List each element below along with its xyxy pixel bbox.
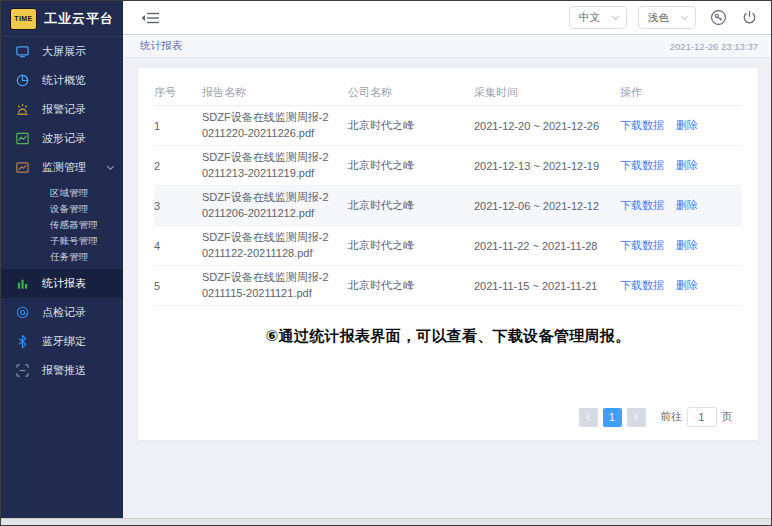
page-unit-label: 页 — [722, 410, 733, 424]
waveform-icon — [15, 131, 30, 146]
cell-company: 北京时代之峰 — [348, 118, 474, 133]
page-1-button[interactable]: 1 — [603, 408, 622, 427]
pie-chart-icon — [15, 73, 30, 88]
cell-company: 北京时代之峰 — [348, 158, 474, 173]
sidebar-item-label: 报警记录 — [42, 102, 86, 117]
sidebar-subitem-device-manage[interactable]: 设备管理 — [1, 201, 123, 217]
table-row: 2 SDZF设备在线监测周报-20211213-20211219.pdf 北京时… — [154, 146, 742, 186]
cell-no: 2 — [154, 160, 202, 172]
prev-page-button[interactable]: ‹ — [579, 408, 598, 427]
inspection-icon — [15, 305, 30, 320]
goto-page-label: 前往 — [661, 410, 682, 424]
header-controls: 中文 浅色 — [569, 6, 758, 29]
cell-period: 2021-12-13 ~ 2021-12-19 — [474, 160, 620, 172]
cell-report-name: SDZF设备在线监测周报-20211220-20211226.pdf — [202, 110, 348, 142]
download-data-link[interactable]: 下载数据 — [620, 118, 664, 133]
monitor-manage-icon — [15, 160, 30, 175]
table-row: 5 SDZF设备在线监测周报-20211115-20211121.pdf 北京时… — [154, 266, 742, 306]
alarm-push-icon — [15, 363, 30, 378]
col-header-no: 序号 — [154, 85, 202, 100]
sidebar-item-label: 蓝牙绑定 — [42, 334, 86, 349]
download-data-link[interactable]: 下载数据 — [620, 278, 664, 293]
password-key-icon[interactable] — [710, 9, 727, 26]
monitor-manage-submenu: 区域管理 设备管理 传感器管理 子账号管理 任务管理 — [1, 182, 123, 269]
cell-no: 3 — [154, 200, 202, 212]
alarm-icon — [15, 102, 30, 117]
app-window: TIME 工业云平台 大屏展示 统计概览 报警记录 — [0, 0, 772, 526]
cell-period: 2021-12-20 ~ 2021-12-26 — [474, 120, 620, 132]
cell-company: 北京时代之峰 — [348, 238, 474, 253]
delete-link[interactable]: 删除 — [676, 118, 698, 133]
content-area: 序号 报告名称 公司名称 采集时间 操作 1 SDZF设备在线监测周报-2021… — [123, 58, 771, 518]
cell-report-name: SDZF设备在线监测周报-20211122-20211128.pdf — [202, 230, 348, 262]
goto-page-input[interactable] — [687, 407, 717, 427]
sidebar-subitem-subaccount-manage[interactable]: 子账号管理 — [1, 233, 123, 249]
sidebar-item-label: 报警推送 — [42, 363, 86, 378]
cell-no: 1 — [154, 120, 202, 132]
col-header-period: 采集时间 — [474, 85, 620, 100]
theme-select-value: 浅色 — [648, 11, 669, 25]
table-row: 4 SDZF设备在线监测周报-20211122-20211128.pdf 北京时… — [154, 226, 742, 266]
annotation-caption: ⑥通过统计报表界面，可以查看、下载设备管理周报。 — [154, 327, 742, 346]
chevron-down-icon — [612, 13, 619, 20]
sidebar-subitem-task-manage[interactable]: 任务管理 — [1, 249, 123, 265]
cell-period: 2021-11-22 ~ 2021-11-28 — [474, 240, 620, 252]
col-header-report: 报告名称 — [202, 85, 348, 100]
sidebar-collapse-icon[interactable] — [140, 10, 160, 26]
sidebar-item-label: 大屏展示 — [42, 44, 86, 59]
power-logout-icon[interactable] — [741, 9, 758, 26]
main-area: 中文 浅色 统计报表 2021-12-26 23:13:37 — [123, 1, 771, 518]
col-header-company: 公司名称 — [348, 85, 474, 100]
cell-company: 北京时代之峰 — [348, 198, 474, 213]
language-select[interactable]: 中文 — [569, 6, 627, 29]
col-header-actions: 操作 — [620, 85, 742, 100]
cell-period: 2021-12-06 ~ 2021-12-12 — [474, 200, 620, 212]
download-data-link[interactable]: 下载数据 — [620, 198, 664, 213]
cell-company: 北京时代之峰 — [348, 278, 474, 293]
delete-link[interactable]: 删除 — [676, 238, 698, 253]
breadcrumb-bar: 统计报表 2021-12-26 23:13:37 — [123, 35, 771, 58]
sidebar-item-label: 统计概览 — [42, 73, 86, 88]
cell-report-name: SDZF设备在线监测周报-20211206-20211212.pdf — [202, 190, 348, 222]
sidebar-item-inspection-records[interactable]: 点检记录 — [1, 298, 123, 327]
sidebar-item-waveform-records[interactable]: 波形记录 — [1, 124, 123, 153]
chevron-down-icon — [107, 162, 114, 169]
sidebar-item-bluetooth-bind[interactable]: 蓝牙绑定 — [1, 327, 123, 356]
sidebar-item-label: 点检记录 — [42, 305, 86, 320]
table-row: 1 SDZF设备在线监测周报-20211220-20211226.pdf 北京时… — [154, 106, 742, 146]
breadcrumb[interactable]: 统计报表 — [140, 39, 182, 53]
delete-link[interactable]: 删除 — [676, 198, 698, 213]
logo-row: TIME 工业云平台 — [1, 1, 123, 37]
table-row: 3 SDZF设备在线监测周报-20211206-20211212.pdf 北京时… — [154, 186, 742, 226]
delete-link[interactable]: 删除 — [676, 158, 698, 173]
sidebar-item-monitor-manage[interactable]: 监测管理 — [1, 153, 123, 182]
pagination: ‹ 1 › 前往 页 — [579, 407, 733, 427]
bluetooth-icon — [15, 334, 30, 349]
sidebar-subitem-area-manage[interactable]: 区域管理 — [1, 185, 123, 201]
sidebar-item-alarm-push[interactable]: 报警推送 — [1, 356, 123, 385]
cell-no: 5 — [154, 280, 202, 292]
sidebar-item-stat-overview[interactable]: 统计概览 — [1, 66, 123, 95]
delete-link[interactable]: 删除 — [676, 278, 698, 293]
download-data-link[interactable]: 下载数据 — [620, 238, 664, 253]
bar-report-icon — [15, 276, 30, 291]
sidebar-item-alarm-records[interactable]: 报警记录 — [1, 95, 123, 124]
theme-select[interactable]: 浅色 — [638, 6, 696, 29]
sidebar-item-label: 波形记录 — [42, 131, 86, 146]
sidebar-item-screen-display[interactable]: 大屏展示 — [1, 37, 123, 66]
report-card: 序号 报告名称 公司名称 采集时间 操作 1 SDZF设备在线监测周报-2021… — [138, 68, 758, 440]
cell-report-name: SDZF设备在线监测周报-20211115-20211121.pdf — [202, 270, 348, 302]
sidebar-subitem-sensor-manage[interactable]: 传感器管理 — [1, 217, 123, 233]
window-bottom-strip — [1, 518, 771, 525]
download-data-link[interactable]: 下载数据 — [620, 158, 664, 173]
current-timestamp: 2021-12-26 23:13:37 — [670, 41, 758, 52]
app-title: 工业云平台 — [44, 10, 114, 28]
cell-no: 4 — [154, 240, 202, 252]
next-page-button[interactable]: › — [627, 408, 646, 427]
cell-report-name: SDZF设备在线监测周报-20211213-20211219.pdf — [202, 150, 348, 182]
sidebar-item-label: 监测管理 — [42, 160, 86, 175]
screen-icon — [15, 44, 30, 59]
sidebar-item-stat-report[interactable]: 统计报表 — [1, 269, 123, 298]
table-header-row: 序号 报告名称 公司名称 采集时间 操作 — [154, 80, 742, 106]
chevron-down-icon — [681, 13, 688, 20]
